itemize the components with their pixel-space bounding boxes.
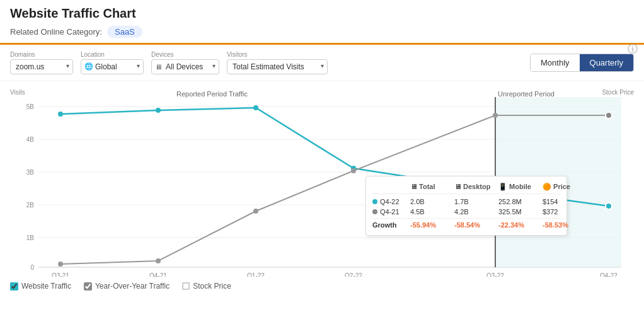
visitors-control: Visitors Total Estimated Visits ▾ <box>227 51 328 74</box>
row2-desktop: 4.2B <box>454 208 498 216</box>
traffic-checkbox[interactable] <box>10 282 18 291</box>
yoy-legend-label: Year-Over-Year Traffic <box>95 282 170 291</box>
svg-point-20 <box>58 262 63 267</box>
col-price: 🟠 Price <box>543 183 580 191</box>
y-axis-label: Visits <box>10 89 25 96</box>
tooltip-row-q422: Q4-22 2.0B 1.7B 252.8M $154 <box>372 198 560 205</box>
tooltip-box: 🖥 Total 🖥 Desktop 📱 Mobile 🟠 Price Q4-22… <box>365 176 567 236</box>
growth-mobile: -22.34% <box>498 221 543 229</box>
svg-point-23 <box>351 168 356 173</box>
growth-desktop: -58.54% <box>454 221 498 229</box>
stock-price-label: Stock Price <box>602 89 634 96</box>
svg-text:Q2-22: Q2-22 <box>345 272 362 277</box>
related-label: Related Online Category: <box>10 27 102 37</box>
row1-desktop: 1.7B <box>454 198 498 205</box>
domains-label: Domains <box>10 51 73 58</box>
controls-bar: Domains zoom.us ▾ Location 🌐 Global ▾ De… <box>0 45 644 81</box>
legend-stock[interactable]: Stock Price <box>182 282 231 291</box>
yoy-checkbox[interactable] <box>84 282 92 291</box>
row1-price: $154 <box>543 198 580 205</box>
row2-mobile: 325.5M <box>498 208 543 216</box>
row1-label: Q4-22 <box>380 198 400 205</box>
svg-text:5B: 5B <box>26 103 35 110</box>
stock-legend-label: Stock Price <box>193 282 231 291</box>
tooltip-growth-row: Growth -55.94% -58.54% -22.34% -58.53% <box>372 218 560 229</box>
svg-point-14 <box>58 112 63 117</box>
location-control: Location 🌐 Global ▾ <box>81 51 144 74</box>
growth-price: -58.53% <box>543 221 580 229</box>
svg-text:Q3-22: Q3-22 <box>486 272 504 277</box>
svg-point-22 <box>253 209 258 214</box>
reported-period-label: Reported Period Traffic <box>176 90 248 98</box>
svg-point-21 <box>156 258 161 263</box>
col-total: 🖥 Total <box>410 183 454 191</box>
svg-point-15 <box>156 108 161 113</box>
svg-point-19 <box>606 203 612 209</box>
quarterly-button[interactable]: Quarterly <box>580 54 633 71</box>
page-title: Website Traffic Chart <box>0 0 644 23</box>
row2-label: Q4-21 <box>380 208 400 216</box>
monthly-button[interactable]: Monthly <box>531 54 580 71</box>
chart-area: Visits Stock Price Reported Period Traff… <box>0 81 644 277</box>
svg-point-16 <box>253 105 258 110</box>
svg-text:Q4-22: Q4-22 <box>600 272 618 277</box>
col-mobile: 📱 Mobile <box>498 183 543 191</box>
tooltip-header: 🖥 Total 🖥 Desktop 📱 Mobile 🟠 Price <box>372 183 560 194</box>
related-row: Related Online Category: SaaS <box>0 23 644 43</box>
growth-total: -55.94% <box>410 221 454 229</box>
svg-text:Q1-22: Q1-22 <box>247 272 265 277</box>
svg-text:1B: 1B <box>26 234 35 241</box>
tooltip-row-q421: Q4-21 4.5B 4.2B 325.5M $372 <box>372 208 560 216</box>
svg-text:4B: 4B <box>26 136 35 143</box>
svg-point-24 <box>493 113 498 118</box>
stock-legend-square-icon <box>182 282 190 290</box>
info-icon[interactable]: ⓘ <box>628 43 638 56</box>
devices-label: Devices <box>151 51 219 58</box>
svg-text:0: 0 <box>30 264 34 271</box>
svg-text:Q3-21: Q3-21 <box>52 272 69 277</box>
saas-badge[interactable]: SaaS <box>107 26 142 38</box>
row1-total: 2.0B <box>410 198 454 205</box>
visitors-select[interactable]: Total Estimated Visits <box>227 59 328 74</box>
svg-text:3B: 3B <box>26 169 35 176</box>
growth-label: Growth <box>372 221 410 229</box>
col-desktop: 🖥 Desktop <box>454 183 498 191</box>
row2-price: $372 <box>543 208 580 216</box>
period-buttons: Monthly Quarterly <box>530 54 634 72</box>
row1-mobile: 252.8M <box>498 198 543 205</box>
traffic-legend-label: Website Traffic <box>21 282 71 291</box>
devices-control: Devices 🖥 All Devices ▾ <box>151 51 219 74</box>
location-label: Location <box>81 51 144 58</box>
svg-text:2B: 2B <box>26 202 35 209</box>
legend-yoy[interactable]: Year-Over-Year Traffic <box>84 282 170 291</box>
row2-total: 4.5B <box>410 208 454 216</box>
svg-text:Q4-21: Q4-21 <box>149 272 167 277</box>
svg-point-25 <box>606 112 612 118</box>
domains-control: Domains zoom.us ▾ <box>10 51 73 74</box>
chart-legend: Website Traffic Year-Over-Year Traffic S… <box>0 277 644 296</box>
domains-select[interactable]: zoom.us <box>10 59 73 74</box>
legend-traffic[interactable]: Website Traffic <box>10 282 71 291</box>
unreported-period-label: Unreported Period <box>498 90 555 98</box>
visitors-label: Visitors <box>227 51 328 58</box>
